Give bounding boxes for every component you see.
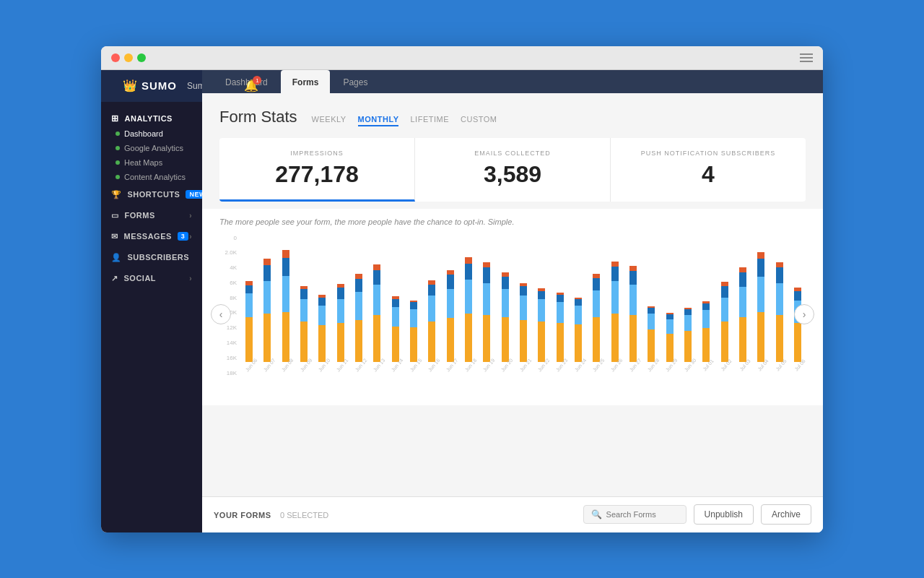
bar-group: Jun 07 xyxy=(259,259,275,379)
hm-indicator xyxy=(116,160,120,165)
push-value: 4 xyxy=(628,161,788,188)
your-forms-section: YOUR FORMS 0 SELECTED xyxy=(214,508,328,521)
bar-group: Jul 05 xyxy=(772,262,788,379)
shortcuts-label: SHORTCUTS xyxy=(128,190,180,199)
messages-label: MESSAGES xyxy=(124,232,172,241)
stats-cards: IMPRESSIONS 277,178 EMAILS COLLECTED 3,5… xyxy=(219,138,806,202)
ca-indicator xyxy=(116,175,120,179)
browser-menu-icon[interactable] xyxy=(800,53,813,62)
minimize-dot[interactable] xyxy=(124,53,133,62)
unpublish-button[interactable]: Unpublish xyxy=(694,504,754,525)
content-area: Form Stats WEEKLY MONTHLY LIFETIME CUSTO… xyxy=(202,93,823,496)
heat-maps-label: Heat Maps xyxy=(124,158,162,167)
maximize-dot[interactable] xyxy=(137,53,146,62)
chart-prev-button[interactable]: ‹ xyxy=(211,304,231,324)
logo-text: SUMO xyxy=(141,79,177,92)
emails-label: EMAILS COLLECTED xyxy=(432,150,593,157)
search-forms-input[interactable] xyxy=(606,510,679,519)
app-top-bar: 👑 SUMO Sumo.com ▾ 🔔 1 👤 ▾ xyxy=(101,70,202,102)
active-indicator xyxy=(116,131,120,136)
time-tab-custom[interactable]: CUSTOM xyxy=(461,115,497,126)
sidebar-item-social[interactable]: ↗ SOCIAL › xyxy=(101,268,202,289)
sidebar-item-google-analytics[interactable]: Google Analytics xyxy=(101,141,202,155)
subscribers-label: SUBSCRIBERS xyxy=(128,253,190,262)
tabs-bar: Dashboard Forms Pages xyxy=(202,70,823,93)
time-tab-lifetime[interactable]: LIFETIME xyxy=(410,115,449,126)
sidebar-item-messages[interactable]: ✉ MESSAGES 3 › xyxy=(101,226,202,247)
sidebar-nav: ⊞ ANALYTICS Dashboard Google Analytics H… xyxy=(101,102,202,532)
bar-group: Jun 09 xyxy=(296,286,312,379)
sidebar-item-forms[interactable]: ▭ FORMS › xyxy=(101,205,202,226)
time-tab-weekly[interactable]: WEEKLY xyxy=(312,115,346,126)
messages-icon: ✉ xyxy=(111,232,118,241)
sidebar-item-content-analytics[interactable]: Content Analytics xyxy=(101,170,202,184)
stat-card-impressions: IMPRESSIONS 277,178 xyxy=(219,138,415,202)
bar-group: Jul 02 xyxy=(717,282,733,379)
form-stats-title: Form Stats xyxy=(219,108,297,126)
bar-group: Jun 20 xyxy=(497,272,513,379)
chart-wrapper: ‹ 18K16K14K12K10K8K6K4K2.0K0Jun 06Jun 07… xyxy=(219,235,806,394)
bar-group: Jun 27 xyxy=(625,266,641,379)
social-left: ↗ SOCIAL xyxy=(111,274,156,283)
forms-left: ▭ FORMS xyxy=(111,211,155,220)
browser-window: 👑 SUMO Sumo.com ▾ 🔔 1 👤 ▾ xyxy=(101,46,823,532)
grid-icon: ⊞ xyxy=(111,113,119,124)
bottom-right: 🔍 Unpublish Archive xyxy=(583,504,811,525)
bar-group: Jun 18 xyxy=(461,257,476,379)
bar-group: Jun 17 xyxy=(443,270,458,379)
stats-header: Form Stats WEEKLY MONTHLY LIFETIME CUSTO… xyxy=(219,108,806,126)
sidebar: 👑 SUMO Sumo.com ▾ 🔔 1 👤 ▾ xyxy=(101,70,202,532)
bar-group: Jun 28 xyxy=(643,306,659,379)
shortcuts-left: 🏆 SHORTCUTS NEW xyxy=(111,190,209,199)
tab-pages[interactable]: Pages xyxy=(331,70,379,93)
sidebar-item-subscribers[interactable]: 👤 SUBSCRIBERS xyxy=(101,247,202,268)
notification-icon[interactable]: 🔔 1 xyxy=(244,79,258,92)
impressions-value: 277,178 xyxy=(237,161,397,188)
messages-left: ✉ MESSAGES 3 xyxy=(111,232,188,241)
bar-group: Jun 14 xyxy=(388,296,404,379)
sidebar-item-shortcuts[interactable]: 🏆 SHORTCUTS NEW xyxy=(101,184,202,205)
stat-card-emails: EMAILS COLLECTED 3,589 xyxy=(415,138,611,202)
messages-badge: 3 xyxy=(178,232,189,241)
subscribers-icon: 👤 xyxy=(111,253,122,262)
chart-bars: Jun 06Jun 07Jun 08Jun 09Jun 10Jun 11Jun … xyxy=(219,235,806,394)
bar-group: Jun 24 xyxy=(570,298,586,379)
bottom-bar: YOUR FORMS 0 SELECTED 🔍 Unpublish Archiv… xyxy=(202,496,823,532)
bar-group: Jun 19 xyxy=(479,262,494,379)
bar-group: Jun 15 xyxy=(406,301,422,379)
bar-group: Jul 01 xyxy=(698,301,714,379)
main-content: Dashboard Forms Pages Form Stats WEEKLY xyxy=(202,70,823,532)
chart-next-button[interactable]: › xyxy=(794,304,814,324)
dashboard-label: Dashboard xyxy=(124,129,163,138)
bar-group: Jun 30 xyxy=(680,308,696,379)
bar-group: Jul 03 xyxy=(735,267,751,379)
bar-group: Jun 23 xyxy=(552,293,568,379)
bar-group: Jun 13 xyxy=(369,264,385,379)
sidebar-item-heat-maps[interactable]: Heat Maps xyxy=(101,155,202,170)
emails-value: 3,589 xyxy=(432,161,593,188)
social-chevron-icon: › xyxy=(189,275,192,282)
bar-group: Jun 11 xyxy=(333,284,349,379)
search-forms-container: 🔍 xyxy=(583,505,687,524)
bar-group: Jun 29 xyxy=(662,313,678,379)
close-dot[interactable] xyxy=(111,53,120,62)
bar-group: Jun 12 xyxy=(351,274,367,379)
bar-group: Jun 21 xyxy=(515,283,531,379)
content-analytics-label: Content Analytics xyxy=(124,173,186,181)
chart-hint: The more people see your form, the more … xyxy=(219,217,806,226)
browser-dots xyxy=(111,53,146,62)
bar-group: Jun 10 xyxy=(314,295,330,379)
tab-forms[interactable]: Forms xyxy=(281,70,331,93)
subscribers-left: 👤 SUBSCRIBERS xyxy=(111,253,189,262)
time-tab-monthly[interactable]: MONTHLY xyxy=(358,115,399,126)
bar-group: Jun 22 xyxy=(533,288,549,379)
selected-count: 0 SELECTED xyxy=(280,511,328,519)
archive-button[interactable]: Archive xyxy=(761,504,811,525)
forms-icon: ▭ xyxy=(111,211,119,220)
sidebar-item-dashboard[interactable]: Dashboard xyxy=(101,126,202,141)
analytics-label: ANALYTICS xyxy=(125,114,173,123)
social-icon: ↗ xyxy=(111,274,118,283)
forms-label: FORMS xyxy=(125,211,155,220)
time-tabs: WEEKLY MONTHLY LIFETIME CUSTOM xyxy=(312,115,497,126)
impressions-label: IMPRESSIONS xyxy=(237,150,397,157)
